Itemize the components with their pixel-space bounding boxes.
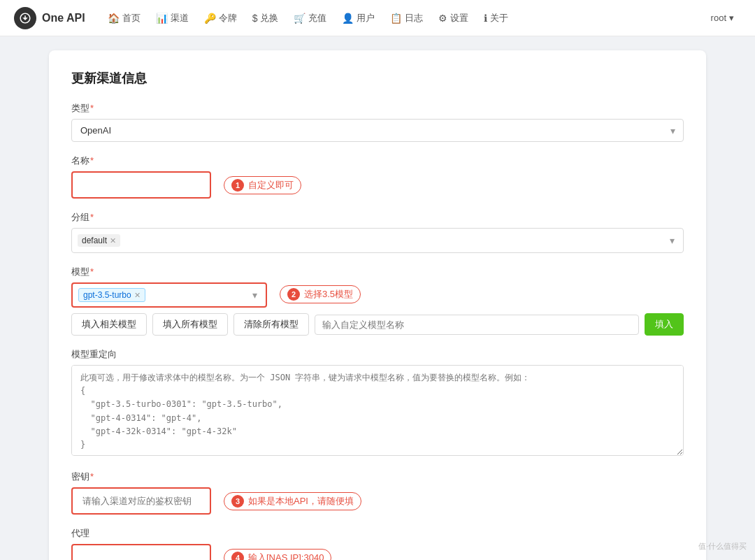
proxy-field-highlight: http://10.10.10.3:3040 [71, 544, 211, 560]
nav-label-channel: 渠道 [171, 12, 189, 24]
app-brand[interactable]: One API [14, 7, 85, 29]
settings-icon: ⚙ [438, 13, 447, 24]
user-menu[interactable]: root ▾ [704, 8, 741, 27]
secret-group: 密钥* 3 如果是本地API，请随便填 [71, 471, 684, 515]
log-icon: 📋 [390, 13, 402, 24]
topup-icon: 🛒 [294, 13, 305, 24]
model-group: 模型* gpt-3.5-turbo ✕ 2 选择3.5模型 填入 [71, 266, 684, 336]
name-group: 名称* local 1 自定义即可 [71, 155, 684, 199]
type-select-wrapper: OpenAI [71, 119, 684, 142]
nav-label-user: 用户 [357, 12, 375, 24]
nav-label-token: 令牌 [219, 12, 237, 24]
secret-label: 密钥* [71, 471, 684, 483]
nav-item-token[interactable]: 🔑 令牌 [197, 8, 244, 29]
home-icon: 🏠 [108, 13, 120, 24]
form-title: 更新渠道信息 [71, 70, 684, 87]
model-tags-input[interactable]: gpt-3.5-turbo ✕ [71, 282, 267, 308]
proxy-group: 代理 http://10.10.10.3:3040 4 输入[NAS IP]:3… [71, 527, 684, 560]
fill-all-btn[interactable]: 填入所有模型 [152, 313, 228, 336]
user-dropdown-icon: ▾ [729, 13, 734, 23]
main-content: 更新渠道信息 类型* OpenAI 名称* local [35, 36, 720, 560]
nav-item-channel[interactable]: 📊 渠道 [149, 8, 196, 29]
fill-custom-btn[interactable]: 填入 [645, 313, 684, 336]
nav-item-log[interactable]: 📋 日志 [383, 8, 430, 29]
proxy-label: 代理 [71, 527, 684, 540]
nav-item-about[interactable]: ℹ 关于 [477, 8, 515, 29]
navbar: One API 🏠 首页 📊 渠道 🔑 令牌 $ 兑换 🛒 充值 👤 用户 📋 [0, 0, 755, 36]
nav-label-log: 日志 [405, 12, 423, 24]
redirect-textarea[interactable] [71, 365, 684, 456]
model-tag-remove[interactable]: ✕ [134, 291, 141, 300]
model-tag: gpt-3.5-turbo ✕ [78, 288, 145, 302]
type-label: 类型* [71, 102, 684, 115]
model-callout: 2 选择3.5模型 [280, 285, 361, 303]
type-group: 类型* OpenAI [71, 102, 684, 142]
custom-model-input[interactable] [315, 315, 639, 335]
group-group: 分组* default ✕ [71, 211, 684, 253]
name-label: 名称* [71, 155, 684, 167]
group-tag-remove[interactable]: ✕ [110, 236, 116, 245]
group-tags-input[interactable]: default ✕ [71, 228, 684, 253]
form-card: 更新渠道信息 类型* OpenAI 名称* local [49, 50, 706, 560]
secret-field-highlight [71, 487, 211, 515]
nav-label-home: 首页 [122, 12, 141, 24]
name-callout: 1 自定义即可 [224, 176, 301, 194]
nav-item-user[interactable]: 👤 用户 [335, 8, 382, 29]
model-label: 模型* [71, 266, 684, 278]
app-logo [14, 7, 36, 29]
token-icon: 🔑 [204, 13, 216, 24]
about-icon: ℹ [484, 13, 487, 24]
exchange-icon: $ [252, 13, 258, 24]
nav-item-exchange[interactable]: $ 兑换 [245, 8, 286, 29]
name-field-highlight: local [71, 171, 211, 199]
nav-label-about: 关于 [490, 12, 508, 24]
nav-label-exchange: 兑换 [260, 12, 278, 24]
app-name: One API [42, 12, 85, 24]
username: root [711, 13, 726, 23]
fill-related-btn[interactable]: 填入相关模型 [71, 313, 147, 336]
clear-all-btn[interactable]: 清除所有模型 [233, 313, 309, 336]
nav-item-settings[interactable]: ⚙ 设置 [431, 8, 475, 29]
secret-callout: 3 如果是本地API，请随便填 [224, 492, 361, 510]
group-label: 分组* [71, 211, 684, 224]
model-buttons-row: 填入相关模型 填入所有模型 清除所有模型 填入 [71, 313, 684, 336]
nav-label-topup: 充值 [308, 12, 326, 24]
user-icon: 👤 [342, 13, 354, 24]
name-input[interactable]: local [74, 174, 208, 196]
nav-item-home[interactable]: 🏠 首页 [101, 8, 148, 29]
nav-items: 🏠 首页 📊 渠道 🔑 令牌 $ 兑换 🛒 充值 👤 用户 📋 日志 ⚙ [101, 8, 700, 29]
proxy-input[interactable]: http://10.10.10.3:3040 [74, 547, 208, 560]
secret-input[interactable] [74, 490, 208, 512]
channel-icon: 📊 [156, 13, 168, 24]
proxy-callout: 4 输入[NAS IP]:3040 [224, 549, 331, 561]
redirect-group: 模型重定向 [71, 348, 684, 458]
nav-label-settings: 设置 [450, 12, 468, 24]
redirect-label: 模型重定向 [71, 348, 684, 361]
group-tag: default ✕ [78, 234, 120, 247]
type-select[interactable]: OpenAI [71, 119, 684, 142]
nav-item-topup[interactable]: 🛒 充值 [287, 8, 333, 29]
